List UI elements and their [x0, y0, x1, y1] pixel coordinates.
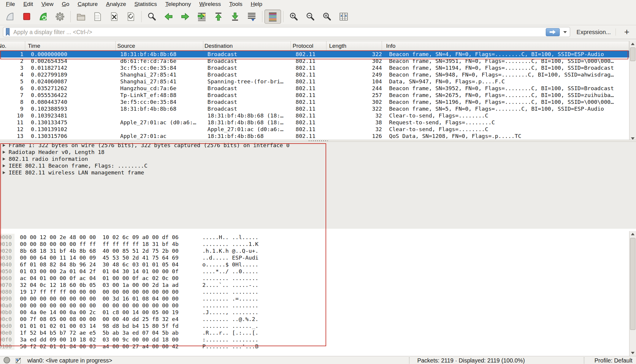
capture-comment-icon[interactable] — [15, 357, 22, 364]
reload-file-button[interactable] — [123, 9, 139, 24]
hex-row[interactable]: 00e0 1f 52 b4 b5 b7 72 ae e5 5b ab 3a ed… — [0, 329, 636, 336]
expand-arrow-icon[interactable] — [3, 144, 5, 147]
menu-item[interactable]: Analyze — [102, 1, 130, 8]
pane-splitter[interactable] — [0, 140, 636, 142]
packet-row[interactable]: 7 0.055536422 Tp-LinkT_ef:48:88 Broadcas… — [0, 92, 629, 98]
packet-row[interactable]: 13 0.130315706 Apple_27:01:ac 18:31:bf:4… — [0, 133, 629, 139]
hex-row[interactable]: 0010 00 00 80 00 00 00 ff ff ff ff ff ff… — [0, 241, 636, 247]
statusbar-separator[interactable] — [584, 357, 584, 363]
resize-columns-button[interactable] — [335, 9, 352, 24]
go-back-button[interactable] — [160, 9, 177, 24]
hex-row[interactable]: 0030 00 00 64 00 11 14 00 09 45 53 50 2d… — [0, 254, 636, 261]
hex-row[interactable]: 0000 00 00 12 00 2e 48 00 00 10 02 6c 09… — [0, 234, 636, 241]
column-header-destination[interactable]: Destination — [203, 41, 291, 50]
filter-bookmark-icon[interactable] — [5, 28, 11, 36]
detail-tree-row[interactable]: Radiotap Header v0, Length 18 — [0, 149, 636, 155]
go-first-packet-button[interactable] — [210, 9, 227, 24]
expand-arrow-icon[interactable] — [3, 171, 5, 174]
packet-protocol: 802.11 — [294, 133, 329, 139]
packet-source — [119, 126, 206, 133]
detail-tree-row[interactable]: IEEE 802.11 wireless LAN management fram… — [0, 169, 636, 176]
hex-row[interactable]: 00d0 01 01 01 02 01 00 03 14 98 d8 bd b4… — [0, 322, 636, 329]
hex-pane-scrollbar[interactable] — [629, 231, 636, 356]
detail-tree-row[interactable]: IEEE 802.11 Beacon frame, Flags: .......… — [0, 162, 636, 169]
packet-list-scrollbar[interactable] — [629, 41, 636, 142]
column-header-source[interactable]: Source — [116, 41, 203, 50]
statusbar-separator[interactable] — [409, 357, 410, 363]
menu-item[interactable]: Edit — [19, 1, 37, 8]
packet-row[interactable]: 9 0.102388593 18:31:bf:4b:8b:68 Broadcas… — [0, 105, 629, 112]
hex-row[interactable]: 00a0 00 00 00 00 00 00 00 00 00 00 00 00… — [0, 302, 636, 309]
column-header-time[interactable]: Time — [25, 41, 116, 50]
menu-item[interactable]: Go — [58, 1, 73, 8]
start-capture-button[interactable] — [2, 9, 18, 24]
auto-scroll-button[interactable] — [243, 9, 260, 24]
restart-capture-button[interactable] — [35, 9, 52, 24]
go-last-packet-button[interactable] — [227, 9, 243, 24]
stop-capture-button[interactable] — [18, 9, 35, 24]
column-header-protocol[interactable]: Protocol — [291, 41, 326, 50]
packet-row[interactable]: 3 0.011827142 3c:f5:cc:0e:35:84 Broadcas… — [0, 64, 629, 71]
column-header-length[interactable]: Length — [326, 41, 382, 50]
hex-row[interactable]: 0080 19 17 ff ff ff 00 00 00 00 00 00 00… — [0, 288, 636, 295]
go-to-packet-button[interactable] — [194, 9, 210, 24]
profile-text[interactable]: Profile: Default — [594, 357, 632, 364]
hex-row[interactable]: 00c0 00 7f 08 05 00 08 00 00 00 00 40 dd… — [0, 316, 636, 322]
packet-row[interactable]: 6 0.035271262 Hangzhou_cd:7a:6e Broadcas… — [0, 85, 629, 92]
packet-row[interactable]: 2 0.002654354 d6:61:fe:cd:7a:6e Broadcas… — [0, 58, 629, 64]
display-filter-input[interactable] — [13, 29, 546, 36]
scrollbar-thumb[interactable] — [630, 238, 635, 330]
scroll-up-icon[interactable] — [629, 41, 636, 47]
menu-item[interactable]: File — [2, 1, 19, 8]
colorize-packets-button[interactable] — [264, 9, 281, 24]
menu-item[interactable]: Wireless — [195, 1, 225, 8]
hex-row[interactable]: 0050 01 03 00 00 2a 01 04 2f 01 04 30 14… — [0, 268, 636, 275]
open-file-button[interactable] — [73, 9, 89, 24]
apply-filter-button[interactable] — [546, 28, 560, 36]
expression-button[interactable]: Expression... — [577, 29, 611, 36]
column-header-no[interactable]: No. — [0, 41, 25, 50]
expand-arrow-icon[interactable] — [3, 164, 5, 167]
menu-item[interactable]: Tools — [225, 1, 246, 8]
packet-row[interactable]: 11 0.130133475 Apple_27:01:ac (d0:a6:… 1… — [0, 119, 629, 126]
save-file-button[interactable] — [89, 9, 106, 24]
hex-row[interactable]: 0020 8b 68 18 31 bf 4b 8b 68 40 00 85 51… — [0, 247, 636, 254]
detail-tree-row[interactable]: Frame 1: 322 bytes on wire (2576 bits), … — [0, 142, 636, 149]
column-header-info[interactable]: Info — [382, 41, 629, 50]
zoom-out-button[interactable] — [302, 9, 319, 24]
packet-row[interactable]: 1 0.000000000 18:31:bf:4b:8b:68 Broadcas… — [0, 51, 629, 58]
menu-item[interactable]: Telephony — [161, 1, 195, 8]
scroll-down-icon[interactable] — [629, 350, 636, 356]
hex-row[interactable]: 0040 6f 01 08 82 84 8b 96 24 30 48 6c 03… — [0, 261, 636, 268]
go-forward-button[interactable] — [177, 9, 194, 24]
zoom-reset-button[interactable] — [319, 9, 335, 24]
menu-item[interactable]: Help — [247, 1, 267, 8]
detail-tree-row[interactable]: 802.11 radio information — [0, 155, 636, 162]
packet-row[interactable]: 5 0.024060087 Shanghai_27:85:41 Spanning… — [0, 78, 629, 85]
expert-info-icon[interactable] — [4, 357, 10, 363]
hex-row[interactable]: 00f0 3a ed dd 09 00 10 18 02 03 00 9c 00… — [0, 336, 636, 343]
find-packet-button[interactable] — [144, 9, 160, 24]
chevron-down-icon — [563, 31, 567, 33]
close-file-button[interactable] — [106, 9, 123, 24]
packet-row[interactable]: 10 0.103923481 18:31:bf:4b:8b:68 (18:… 8… — [0, 112, 629, 119]
hex-row[interactable]: 0070 32 04 0c 12 18 60 0b 05 03 00 1a 00… — [0, 282, 636, 288]
scrollbar-thumb[interactable] — [630, 47, 635, 61]
hex-row[interactable]: 00b0 00 4a 0e 14 00 0a 00 2c 01 c8 00 14… — [0, 309, 636, 316]
expand-arrow-icon[interactable] — [3, 151, 5, 154]
hex-row[interactable]: 0060 ac 04 01 00 00 0f ac 04 01 00 00 0f… — [0, 275, 636, 282]
packet-row[interactable]: 12 0.130139102 Apple_27:01:ac (d0:a6:… 8… — [0, 126, 629, 133]
expand-arrow-icon[interactable] — [3, 158, 5, 160]
menu-item[interactable]: Capture — [74, 1, 102, 8]
scroll-up-icon[interactable] — [629, 231, 636, 237]
menu-item[interactable]: Statistics — [130, 1, 161, 8]
capture-options-button[interactable] — [52, 9, 68, 24]
zoom-in-button[interactable] — [286, 9, 302, 24]
hex-row[interactable]: 0100 50 f2 02 01 01 84 00 03 a4 00 00 27… — [0, 343, 636, 350]
menu-item[interactable]: View — [37, 1, 58, 8]
filter-history-dropdown[interactable] — [562, 28, 569, 36]
packet-row[interactable]: 4 0.022799189 Shanghai_27:85:41 Broadcas… — [0, 71, 629, 78]
hex-row[interactable]: 0090 00 00 00 00 00 00 00 00 00 3d 16 01… — [0, 295, 636, 302]
packet-row[interactable]: 8 0.080443740 3e:f5:cc:0e:35:84 Broadcas… — [0, 98, 629, 105]
add-filter-button[interactable]: + — [621, 28, 633, 36]
